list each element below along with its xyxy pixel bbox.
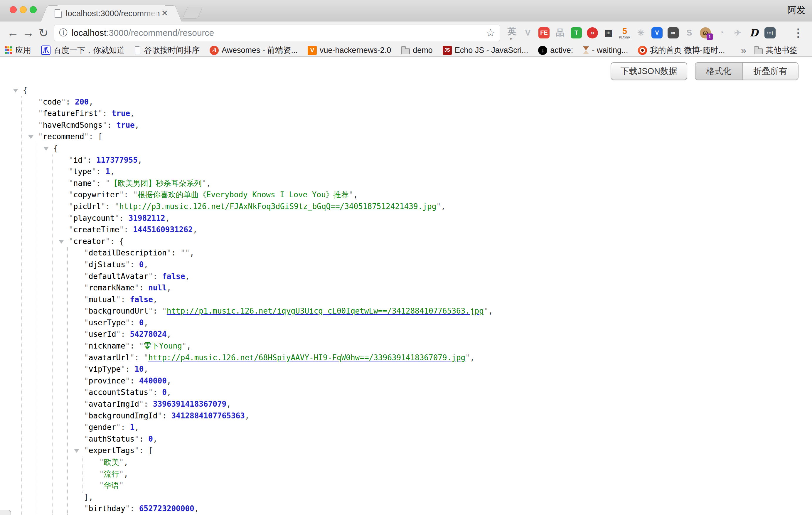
sitemap-icon[interactable]: 品 — [555, 27, 566, 38]
bookmark-label: Awesomes - 前端资... — [222, 45, 298, 56]
quote-mark: " — [84, 272, 89, 281]
bookmark-item[interactable]: 我的首页 微博-随时... — [638, 45, 725, 56]
bookmarks-overflow-icon[interactable]: » — [741, 45, 746, 56]
fast-forward-icon[interactable]: » — [587, 27, 598, 38]
translate-icon[interactable]: 英en — [506, 27, 517, 38]
blue-v-icon[interactable]: V — [651, 27, 663, 38]
json-punctuation: , — [185, 272, 190, 281]
json-punctuation: , — [167, 388, 171, 397]
bookmark-item[interactable]: demo — [401, 46, 433, 55]
collapse-triangle-icon[interactable] — [13, 89, 18, 92]
json-key: defaultAvatar — [89, 272, 149, 281]
colon: : — [153, 272, 162, 281]
bookmark-item[interactable]: AAwesomes - 前端资... — [210, 45, 298, 56]
bookmark-item[interactable]: 谷歌按时间排序 — [135, 45, 200, 56]
other-bookmarks-folder[interactable]: 其他书签 — [754, 45, 797, 56]
profile-name[interactable]: 阿发 — [787, 4, 806, 17]
json-key: picUrl — [74, 202, 101, 211]
collapse-triangle-icon[interactable] — [44, 147, 49, 151]
quote-mark: " — [69, 237, 74, 246]
json-key: recommend — [43, 132, 84, 141]
bookmark-item[interactable]: 应用 — [5, 45, 31, 56]
vue-devtools-icon[interactable]: V — [522, 27, 533, 38]
mask-glyph: ∞ — [671, 29, 675, 36]
quote-mark: " — [157, 411, 162, 420]
paw-icon[interactable]: ✳ — [635, 27, 646, 38]
json-url-link[interactable]: http://p4.music.126.net/68HSpiyAAVY-HI9-… — [148, 353, 465, 362]
new-tab-button[interactable] — [182, 7, 203, 19]
colon: : — [125, 365, 135, 373]
quote-mark: " — [484, 307, 489, 315]
weibo-gray-icon[interactable]: ◔ — [716, 27, 727, 38]
minimize-window-button[interactable] — [20, 6, 27, 13]
forward-icon[interactable]: → — [21, 26, 36, 39]
fe-toolbox-icon[interactable]: FE — [539, 27, 550, 38]
colon: : — [66, 97, 75, 106]
colon: : — [107, 121, 116, 130]
colon: : — [171, 249, 180, 257]
onepassword-icon[interactable]: •••| — [764, 27, 776, 38]
collapse-triangle-icon[interactable] — [59, 240, 64, 244]
shield-t-icon[interactable]: T — [571, 27, 582, 38]
json-value: 0 — [139, 260, 144, 269]
collapse-triangle-icon[interactable] — [28, 135, 33, 139]
json-url-link[interactable]: http://p1.music.126.net/iqygU3Uicg_cL00I… — [167, 307, 484, 315]
json-punctuation: { — [53, 144, 58, 153]
html5-player-glyph: 5 — [622, 26, 627, 36]
json-punctuation: , — [110, 167, 115, 176]
bookmark-item[interactable]: Vvue-hackernews-2.0 — [308, 46, 391, 55]
translate-glyph: 英 — [508, 26, 516, 37]
bird-icon[interactable]: ✈ — [732, 27, 743, 38]
json-value: 652723200000 — [139, 504, 194, 513]
quote-mark: " — [69, 155, 74, 165]
tampermonkey-icon[interactable]: ω1 — [700, 27, 711, 38]
colon: : — [110, 237, 119, 246]
bookmark-label: 其他书签 — [765, 45, 797, 56]
quote-mark: " — [84, 330, 89, 339]
close-window-button[interactable] — [10, 6, 17, 13]
bookmark-star-icon[interactable]: ☆ — [486, 27, 495, 39]
bookmark-item[interactable]: 爪百度一下，你就知道 — [41, 45, 125, 56]
json-string: 流行 — [104, 469, 119, 478]
json-punctuation: , — [124, 469, 128, 478]
json-value: 3412884107765363 — [171, 411, 244, 420]
quote-mark: " — [130, 353, 135, 362]
json-punctuation: , — [353, 190, 358, 199]
json-value: 0 — [162, 388, 167, 397]
bookmark-item[interactable]: ↓active: — [538, 46, 573, 55]
zoom-window-button[interactable] — [30, 6, 37, 13]
json-url-link[interactable]: http://p3.music.126.net/FJAxNkFoq3dGiS9t… — [119, 202, 436, 211]
translate-sub-label: en — [510, 37, 513, 40]
reload-icon[interactable]: ↻ — [36, 26, 51, 40]
json-string: 零下Young — [144, 341, 182, 350]
quote-mark: " — [106, 237, 110, 246]
quote-mark: " — [180, 249, 185, 257]
quote-mark: " — [38, 121, 43, 130]
colon: : — [135, 353, 144, 362]
json-value: 1 — [106, 167, 110, 176]
quote-mark: " — [185, 249, 190, 257]
browser-tab[interactable]: localhost:3000/recommend/re ✕ — [51, 5, 172, 22]
devdocs-d-icon[interactable]: D — [748, 27, 759, 38]
json-string: 华语 — [104, 481, 119, 490]
mask-icon[interactable]: ∞ — [668, 27, 679, 38]
quote-mark: " — [84, 295, 89, 304]
address-bar[interactable]: ⓘ localhost:3000/recommend/resource ☆ — [54, 25, 500, 41]
url-text[interactable]: localhost:3000/recommend/resource — [71, 28, 214, 38]
html5-player-icon[interactable]: 5PLAYER — [619, 27, 630, 38]
json-key: avatarUrl — [89, 353, 130, 362]
chrome-menu-icon[interactable]: ⋮ — [790, 26, 807, 39]
tab-close-icon[interactable]: ✕ — [160, 8, 169, 19]
qr-code-icon[interactable]: ▦ — [603, 27, 614, 38]
json-key: backgroundUrl — [89, 307, 149, 315]
collapse-triangle-icon[interactable] — [74, 449, 79, 453]
page-content: 下载JSON数据 格式化 折叠所有 {"code": 200,"featureF… — [0, 57, 812, 515]
quote-mark: " — [69, 214, 74, 223]
letter-s-icon[interactable]: S — [684, 27, 695, 38]
back-icon[interactable]: ← — [5, 26, 21, 39]
bookmark-item[interactable]: JSEcho JS - JavaScri... — [443, 46, 528, 55]
page-info-icon[interactable]: ⓘ — [59, 27, 67, 39]
json-line: "欧美", — [0, 457, 812, 468]
json-line: "backgroundUrl": "http://p1.music.126.ne… — [0, 305, 812, 317]
bookmark-item[interactable]: - waiting... — [583, 46, 628, 55]
